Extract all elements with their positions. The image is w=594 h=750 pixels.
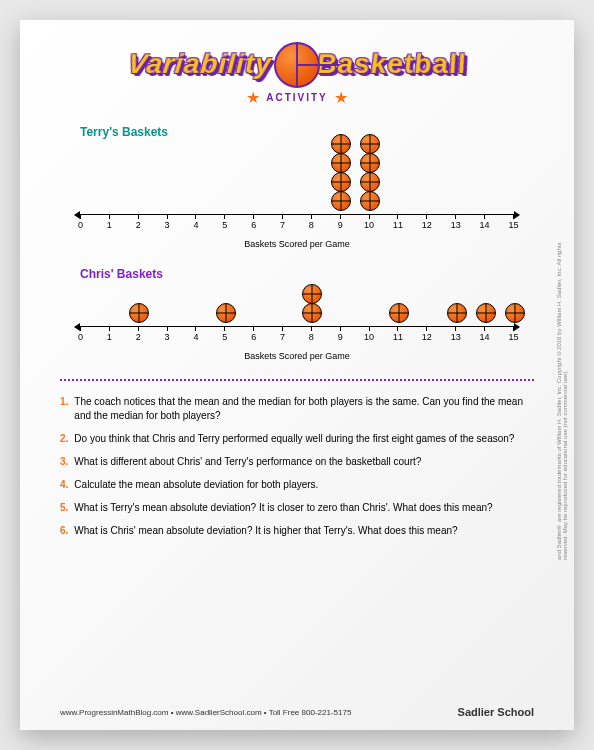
question-text: What is different about Chris' and Terry… xyxy=(74,455,421,469)
tick-label: 0 xyxy=(78,332,83,342)
tick-label: 9 xyxy=(338,332,343,342)
data-points xyxy=(80,253,514,323)
tick: 2 xyxy=(138,326,139,331)
tick-label: 9 xyxy=(338,220,343,230)
tick: 13 xyxy=(455,326,456,331)
basketball-icon xyxy=(331,134,351,154)
tick: 4 xyxy=(195,326,196,331)
tick: 15 xyxy=(513,214,514,219)
question-number: 5. xyxy=(60,501,68,515)
tick: 8 xyxy=(311,326,312,331)
tick-label: 6 xyxy=(251,332,256,342)
question-text: What is Terry's mean absolute deviation?… xyxy=(74,501,492,515)
tick-label: 10 xyxy=(364,332,374,342)
tick: 3 xyxy=(167,214,168,219)
tick: 9 xyxy=(340,326,341,331)
tick-label: 14 xyxy=(480,220,490,230)
question-number: 3. xyxy=(60,455,68,469)
basketball-icon xyxy=(389,303,409,323)
tick-label: 14 xyxy=(480,332,490,342)
dotplot-terry: 0123456789101112131415 xyxy=(60,143,534,233)
question-list: 1.The coach notices that the mean and th… xyxy=(60,395,534,538)
basketball-icon xyxy=(447,303,467,323)
tick-label: 3 xyxy=(165,332,170,342)
tick-label: 1 xyxy=(107,332,112,342)
tick: 11 xyxy=(397,214,398,219)
basketball-icon xyxy=(331,153,351,173)
tick: 12 xyxy=(426,326,427,331)
basketball-icon xyxy=(360,134,380,154)
star-icon: ★ xyxy=(246,88,260,107)
question-item: 5.What is Terry's mean absolute deviatio… xyxy=(60,501,534,515)
tick: 13 xyxy=(455,214,456,219)
tick: 6 xyxy=(253,214,254,219)
chris-chart: Chris' Baskets 0123456789101112131415 Ba… xyxy=(60,267,534,361)
footer-links: www.ProgressinMathBlog.com • www.Sadlier… xyxy=(60,708,351,717)
tick: 5 xyxy=(224,326,225,331)
question-item: 4.Calculate the mean absolute deviation … xyxy=(60,478,534,492)
x-ticks: 0123456789101112131415 xyxy=(80,326,514,331)
basketball-icon xyxy=(476,303,496,323)
tick-label: 1 xyxy=(107,220,112,230)
dotplot-chris: 0123456789101112131415 xyxy=(60,285,534,345)
tick: 5 xyxy=(224,214,225,219)
question-number: 2. xyxy=(60,432,68,446)
tick-label: 2 xyxy=(136,332,141,342)
basketball-icon xyxy=(216,303,236,323)
tick-label: 12 xyxy=(422,332,432,342)
question-item: 1.The coach notices that the mean and th… xyxy=(60,395,534,423)
tick-label: 2 xyxy=(136,220,141,230)
question-text: The coach notices that the mean and the … xyxy=(74,395,534,423)
tick-label: 7 xyxy=(280,220,285,230)
copyright-sidebar: and Sadlier® are registered trademarks o… xyxy=(556,220,568,560)
tick: 0 xyxy=(80,214,81,219)
basketball-icon xyxy=(360,172,380,192)
tick-label: 15 xyxy=(508,332,518,342)
activity-label: ACTIVITY xyxy=(266,92,328,103)
tick: 1 xyxy=(109,326,110,331)
data-points xyxy=(80,141,514,211)
question-item: 2.Do you think that Chris and Terry perf… xyxy=(60,432,534,446)
tick: 6 xyxy=(253,326,254,331)
terry-chart: Terry's Baskets 0123456789101112131415 B… xyxy=(60,125,534,249)
basketball-icon xyxy=(302,284,322,304)
tick-label: 4 xyxy=(193,220,198,230)
tick-label: 3 xyxy=(165,220,170,230)
question-item: 6.What is Chris' mean absolute deviation… xyxy=(60,524,534,538)
tick: 10 xyxy=(369,214,370,219)
basketball-icon xyxy=(129,303,149,323)
basketball-icon xyxy=(274,42,320,88)
question-item: 3.What is different about Chris' and Ter… xyxy=(60,455,534,469)
tick-label: 11 xyxy=(393,332,403,342)
basketball-icon xyxy=(331,172,351,192)
question-text: What is Chris' mean absolute deviation? … xyxy=(74,524,457,538)
question-number: 4. xyxy=(60,478,68,492)
tick: 8 xyxy=(311,214,312,219)
tick: 14 xyxy=(484,214,485,219)
tick: 2 xyxy=(138,214,139,219)
tick-label: 5 xyxy=(222,220,227,230)
tick: 7 xyxy=(282,214,283,219)
header: Variability in Basketball ★ ACTIVITY ★ xyxy=(60,48,534,107)
tick-label: 5 xyxy=(222,332,227,342)
x-axis-label: Baskets Scored per Game xyxy=(60,239,534,249)
divider xyxy=(60,379,534,381)
tick-label: 13 xyxy=(451,332,461,342)
x-axis-label: Baskets Scored per Game xyxy=(60,351,534,361)
tick: 12 xyxy=(426,214,427,219)
tick-label: 12 xyxy=(422,220,432,230)
tick-label: 10 xyxy=(364,220,374,230)
tick-label: 8 xyxy=(309,332,314,342)
star-icon: ★ xyxy=(334,88,348,107)
tick-label: 4 xyxy=(193,332,198,342)
basketball-icon xyxy=(360,191,380,211)
question-number: 1. xyxy=(60,395,68,423)
tick-label: 8 xyxy=(309,220,314,230)
tick-label: 13 xyxy=(451,220,461,230)
basketball-icon xyxy=(302,303,322,323)
tick-label: 15 xyxy=(508,220,518,230)
basketball-icon xyxy=(331,191,351,211)
tick: 3 xyxy=(167,326,168,331)
tick: 14 xyxy=(484,326,485,331)
basketball-icon xyxy=(360,153,380,173)
